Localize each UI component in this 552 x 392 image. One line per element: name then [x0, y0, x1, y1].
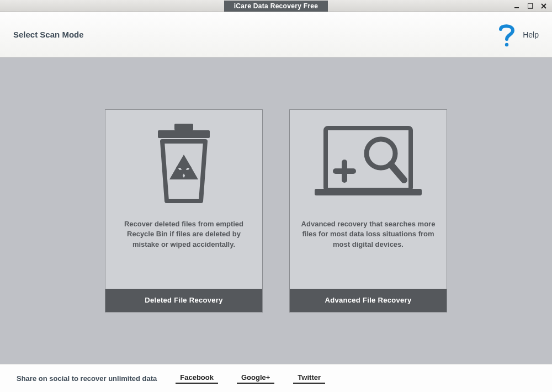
svg-rect-6: [174, 124, 193, 130]
laptop-search-icon: [290, 110, 447, 215]
window-controls: [513, 0, 548, 12]
maximize-button[interactable]: [527, 2, 534, 10]
mode-card-description: Recover deleted files from emptied Recyc…: [105, 215, 262, 289]
svg-rect-5: [158, 130, 210, 138]
help-label[interactable]: Help: [523, 30, 539, 39]
facebook-link[interactable]: Facebook: [176, 373, 218, 384]
svg-point-4: [505, 43, 508, 46]
minimize-button[interactable]: [513, 2, 521, 10]
googleplus-link[interactable]: Google+: [237, 373, 274, 384]
svg-rect-1: [528, 3, 533, 8]
twitter-link[interactable]: Twitter: [293, 373, 325, 384]
svg-line-12: [391, 165, 404, 180]
mode-card-description: Advanced recovery that searches more fil…: [290, 215, 447, 289]
window-title: iCare Data Recovery Free: [224, 1, 328, 12]
help-group[interactable]: Help: [497, 23, 539, 47]
page-title: Select Scan Mode: [13, 30, 84, 39]
titlebar: iCare Data Recovery Free: [0, 0, 552, 12]
close-button[interactable]: [540, 2, 548, 10]
mode-card-label: Deleted File Recovery: [105, 289, 262, 312]
help-icon: [497, 23, 516, 47]
recycle-bin-icon: [105, 110, 262, 215]
svg-rect-0: [514, 7, 519, 8]
mode-card-label: Advanced File Recovery: [290, 289, 447, 312]
share-text: Share on social to recover unlimited dat…: [17, 374, 157, 383]
footer-bar: Share on social to recover unlimited dat…: [0, 364, 552, 392]
main-area: Recover deleted files from emptied Recyc…: [0, 57, 552, 364]
mode-card-deleted-file-recovery[interactable]: Recover deleted files from emptied Recyc…: [105, 109, 263, 312]
mode-card-advanced-file-recovery[interactable]: Advanced recovery that searches more fil…: [289, 109, 447, 312]
header-bar: Select Scan Mode Help: [0, 12, 552, 57]
